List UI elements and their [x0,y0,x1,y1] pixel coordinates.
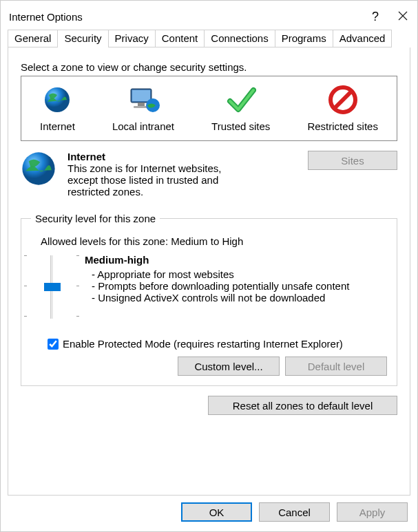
zone-detail-title: Internet [67,151,300,162]
sites-button[interactable]: Sites [308,151,397,170]
titlebar-controls: ? [372,10,408,24]
security-level-slider[interactable] [32,254,71,323]
level-bullet: - Appropriate for most websites [92,268,387,280]
zone-label: Local intranet [112,120,174,132]
zone-item-internet[interactable]: Internet [37,82,78,134]
globe-icon [41,83,74,116]
level-info: Medium-high - Appropriate for most websi… [85,254,387,323]
tab-advanced[interactable]: Advanced [333,30,393,47]
reset-all-zones-button[interactable]: Reset all zones to default level [208,396,397,415]
help-icon[interactable]: ? [372,10,379,24]
security-level-group: Security level for this zone Allowed lev… [21,213,397,386]
tab-privacy[interactable]: Privacy [108,30,156,47]
window-title: Internet Options [9,11,83,23]
tab-strip: General Security Privacy Content Connect… [1,28,417,47]
tab-panel-security: Select a zone to view or change security… [8,47,410,496]
zone-selector: Internet Local intranet [21,76,397,141]
ok-button[interactable]: OK [181,502,252,522]
level-bullet: - Unsigned ActiveX controls will not be … [92,292,387,304]
tab-content[interactable]: Content [155,30,205,47]
no-entry-icon [326,83,359,116]
zone-prompt: Select a zone to view or change security… [21,61,397,73]
level-name: Medium-high [85,254,387,266]
titlebar: Internet Options ? [1,1,417,28]
protected-mode-label[interactable]: Enable Protected Mode (requires restarti… [63,338,343,350]
tab-connections[interactable]: Connections [204,30,275,47]
zone-item-restricted-sites[interactable]: Restricted sites [304,82,381,134]
tab-general[interactable]: General [8,30,58,47]
zone-label: Restricted sites [307,120,378,132]
cancel-button[interactable]: Cancel [259,502,330,522]
zone-detail: Internet This zone is for Internet websi… [21,151,397,198]
default-level-button[interactable]: Default level [285,357,387,376]
checkmark-icon [224,83,258,116]
close-icon[interactable] [398,10,408,24]
zone-label: Trusted sites [211,120,270,132]
zone-item-local-intranet[interactable]: Local intranet [109,82,177,134]
custom-level-button[interactable]: Custom level... [178,357,280,376]
security-level-legend: Security level for this zone [31,213,160,224]
svg-rect-4 [132,90,150,101]
zone-item-trusted-sites[interactable]: Trusted sites [209,82,273,134]
level-bullet: - Prompts before downloading potentially… [92,280,387,292]
tab-programs[interactable]: Programs [275,30,333,47]
tab-security[interactable]: Security [57,30,108,47]
zone-label: Internet [40,120,75,132]
apply-button[interactable]: Apply [337,502,408,522]
allowed-levels-label: Allowed levels for this zone: Medium to … [41,235,387,247]
zone-detail-desc: This zone is for Internet websites, exce… [67,162,240,198]
protected-mode-row: Enable Protected Mode (requires restarti… [48,338,387,350]
svg-rect-5 [138,103,145,106]
monitor-globe-icon [127,83,160,116]
zone-detail-text: Internet This zone is for Internet websi… [67,151,300,198]
dialog-buttons: OK Cancel Apply [1,502,417,531]
protected-mode-checkbox[interactable] [48,339,59,350]
globe-icon [21,151,59,189]
